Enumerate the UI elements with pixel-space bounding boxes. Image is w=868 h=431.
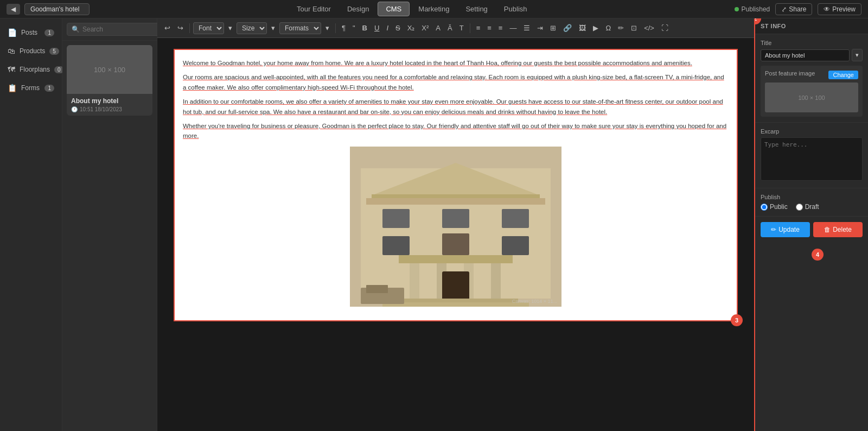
delete-button[interactable]: 🗑 Delete [813, 222, 863, 237]
image-button[interactable]: 🖼 [576, 22, 589, 34]
post-date: 🕐 10:51 18/10/2023 [71, 106, 148, 112]
toolbar-divider-1 [189, 23, 190, 33]
bold-button[interactable]: B [360, 22, 370, 34]
draft-label: Draft [805, 203, 819, 211]
feature-image-header: Post feature image Change [765, 70, 858, 79]
indicator-3: 3 [731, 314, 743, 326]
font-select[interactable]: Font [193, 22, 224, 34]
indicator-4: 4 [812, 249, 824, 261]
top-bar: ◀ Goodman's hotel Tour Editor Design CMS… [0, 0, 868, 18]
sidebar-posts-label: Posts [21, 29, 37, 36]
special-chars-button[interactable]: Ω [603, 22, 614, 34]
forms-icon: 📋 [8, 84, 17, 92]
svg-rect-9 [442, 233, 469, 255]
svg-rect-5 [382, 209, 410, 228]
post-info: About my hotel 🕐 10:51 18/10/2023 [67, 94, 152, 116]
align-left-button[interactable]: ≡ [474, 22, 483, 34]
update-button[interactable]: ✏ Update [761, 222, 810, 237]
clock-icon: 🕐 [71, 106, 78, 112]
table-button[interactable]: ⊞ [547, 22, 559, 34]
paragraph-button[interactable]: ¶ [339, 22, 348, 34]
strikethrough-button[interactable]: S [393, 22, 403, 34]
fullscreen-button[interactable]: ⛶ [659, 22, 671, 34]
editor-canvas[interactable]: Welcome to Goodman hotel, your home away… [157, 38, 754, 431]
excarp-textarea[interactable] [761, 137, 863, 181]
pencil-button[interactable]: ✏ [615, 22, 627, 34]
posts-header: 🔍 + [62, 18, 157, 41]
formats-select[interactable]: Formats [279, 22, 321, 34]
feature-image-label: Post feature image [765, 70, 815, 77]
formats-dropdown[interactable]: ▾ [323, 22, 332, 34]
public-radio-label[interactable]: Public [761, 203, 788, 211]
preview-toggle-button[interactable]: ⊡ [628, 22, 640, 34]
sidebar-item-floorplans[interactable]: 🗺 Floorplans 0 [2, 61, 60, 78]
change-image-button[interactable]: Change [828, 71, 858, 79]
highlight-button[interactable]: Ā [445, 22, 455, 34]
st-info-label: ST INFO [761, 23, 786, 29]
right-sidebar-header: ST INFO [755, 18, 868, 34]
redo-button[interactable]: ↪ [175, 22, 186, 34]
sidebar-item-products[interactable]: 🛍 Products 5 [2, 42, 60, 60]
share-button[interactable]: ⤤ Share [775, 3, 812, 15]
editor-paragraph-3: In addition to our comfortable rooms, we… [183, 97, 729, 117]
underline-button[interactable]: U [372, 22, 382, 34]
public-label: Public [770, 203, 788, 211]
svg-rect-20 [366, 285, 388, 293]
sidebar-item-posts[interactable]: 📄 Posts 1 [2, 24, 60, 41]
blockquote-button[interactable]: " [350, 22, 358, 34]
title-input[interactable] [761, 49, 850, 61]
font-dropdown[interactable]: ▾ [226, 22, 235, 34]
post-card[interactable]: 100 × 100 About my hotel 🕐 10:51 18/10/2… [67, 45, 152, 116]
back-button[interactable]: ◀ [7, 4, 20, 15]
align-center-button[interactable]: ≡ [484, 22, 494, 34]
floorplans-icon: 🗺 [8, 65, 15, 74]
nav-publish[interactable]: Publish [496, 2, 535, 16]
link-button[interactable]: 🔗 [560, 22, 575, 34]
preview-button[interactable]: 👁 Preview [818, 3, 861, 15]
subscript-button[interactable]: X₂ [405, 22, 418, 34]
published-label: Published [742, 5, 770, 13]
code-button[interactable]: </> [641, 22, 657, 34]
align-right-button[interactable]: ≡ [496, 22, 506, 34]
eye-icon: 👁 [824, 5, 830, 13]
nav-marketing[interactable]: Marketing [411, 2, 457, 16]
excarp-section: Excarp [755, 122, 868, 188]
main-layout: 📄 Posts 1 🛍 Products 5 🗺 Floorplans 0 📋 … [0, 18, 868, 431]
size-select[interactable]: Size [237, 22, 267, 34]
title-dropdown-btn[interactable]: ▾ [852, 49, 863, 61]
public-radio[interactable] [761, 204, 768, 211]
title-section: Title ▾ Post feature image Change 100 × … [755, 34, 868, 122]
media-button[interactable]: ▶ [590, 22, 601, 34]
text-more-button[interactable]: T [457, 22, 467, 34]
toolbar-divider-3 [470, 23, 470, 33]
indent-button[interactable]: ⇥ [534, 22, 546, 34]
size-dropdown[interactable]: ▾ [269, 22, 278, 34]
right-sidebar: 2 ST INFO Title ▾ Post feature image Cha… [754, 18, 868, 431]
editor-building-image: Canvas: 1014 × 11... [350, 147, 561, 307]
italic-button[interactable]: I [384, 22, 391, 34]
list-button[interactable]: ☰ [521, 22, 533, 34]
nav-tour-editor[interactable]: Tour Editor [289, 2, 339, 16]
nav-design[interactable]: Design [340, 2, 376, 16]
nav-setting[interactable]: Setting [458, 2, 495, 16]
title-input-row: ▾ [761, 49, 863, 61]
editor-paragraph-2: Our rooms are spacious and well-appointe… [183, 72, 729, 92]
draft-radio[interactable] [796, 204, 803, 211]
editor-toolbar: ↩ ↪ Font ▾ Size ▾ Formats ▾ ¶ " B U I S … [157, 18, 754, 38]
editor-content-box[interactable]: Welcome to Goodman hotel, your home away… [174, 49, 738, 321]
hotel-name: Goodman's hotel [24, 3, 90, 15]
undo-button[interactable]: ↩ [162, 22, 173, 34]
post-title: About my hotel [71, 97, 148, 105]
hr-button[interactable]: — [507, 22, 519, 34]
excarp-label: Excarp [761, 128, 863, 135]
search-input[interactable] [82, 26, 164, 33]
nav-cms[interactable]: CMS [378, 2, 410, 16]
top-nav: Tour Editor Design CMS Marketing Setting… [289, 2, 534, 16]
svg-rect-6 [442, 209, 469, 228]
sidebar-item-forms[interactable]: 📋 Forms 1 [2, 79, 60, 97]
publish-section: Publish Public Draft [755, 188, 868, 216]
back-arrow-icon: ◀ [11, 5, 16, 13]
draft-radio-label[interactable]: Draft [796, 203, 819, 211]
font-color-button[interactable]: A [433, 22, 443, 34]
superscript-button[interactable]: X² [419, 22, 431, 34]
